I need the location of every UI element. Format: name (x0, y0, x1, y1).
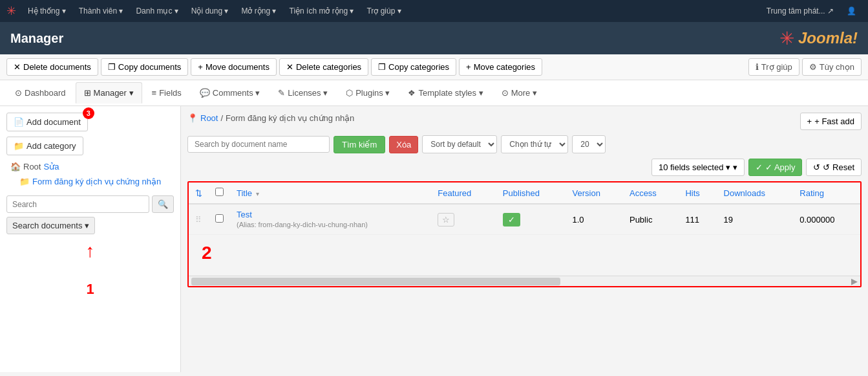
sub-navbar: ⊙ Dashboard ⊞ Manager ▾ ≡ Fields 💬 Comme… (0, 80, 868, 106)
nav-noi-dung[interactable]: Nội dung ▾ (186, 4, 234, 18)
add-cat-icon: 📁 (14, 141, 24, 151)
nav-tro-giup[interactable]: Trợ giúp ▾ (361, 4, 406, 18)
breadcrumb-row: 📍 Root / Form đăng ký dịch vụ chứng nhận… (187, 113, 862, 130)
row-access-cell: Public (623, 204, 679, 235)
clear-button[interactable]: Xóa (389, 136, 418, 153)
th-access[interactable]: Access (623, 182, 679, 204)
toolbar: ✕ Delete documents ❐ Copy documents + Mo… (0, 54, 868, 80)
page-title: Manager (10, 31, 779, 46)
sidebar: 📄 Add document 3 📁 Add category 🏠 Root S… (0, 106, 181, 372)
help-button[interactable]: ℹ Trợ giúp (748, 58, 799, 76)
more-icon: ⊙ (502, 88, 509, 98)
tree-root: 🏠 Root Sửa (6, 159, 174, 174)
row-rating-cell: 0.000000 (793, 204, 860, 235)
edit-root-link[interactable]: Sửa (43, 162, 59, 171)
gear-icon: ⚙ (809, 62, 817, 72)
th-version[interactable]: Version (566, 182, 623, 204)
top-navbar: ✳ Hệ thống ▾ Thành viên ▾ Danh mục ▾ Nội… (0, 0, 868, 22)
nav-mo-rong[interactable]: Mở rộng ▾ (236, 4, 281, 18)
th-hits[interactable]: Hits (679, 182, 717, 204)
reset-button[interactable]: ↺ ↺ Reset (806, 159, 862, 176)
row-checkbox-cell[interactable] (209, 204, 230, 235)
home-icon: 🏠 (10, 162, 21, 171)
per-page-select[interactable]: 20 (572, 135, 606, 153)
horizontal-scrollbar[interactable]: ▶ (189, 276, 860, 286)
th-title[interactable]: Title ▾ (230, 182, 431, 204)
annotation-2: 2 (195, 236, 218, 270)
th-sort[interactable]: ⇅ (189, 182, 209, 204)
delete-documents-button[interactable]: ✕ Delete documents (6, 58, 98, 76)
fields-icon: ≡ (152, 88, 157, 98)
tab-dashboard[interactable]: ⊙ Dashboard (6, 82, 74, 104)
document-alias: (Alias: from-dang-ky-dich-vu-chung-nhan) (237, 221, 368, 228)
template-icon: ❖ (408, 88, 416, 98)
featured-toggle-button[interactable]: ☆ (438, 213, 454, 227)
search-button[interactable]: 🔍 (152, 195, 174, 213)
breadcrumb-root[interactable]: Root (200, 113, 218, 123)
row-downloads-cell: 19 (717, 204, 794, 235)
fast-add-button[interactable]: + + Fast add (800, 113, 862, 130)
tab-more[interactable]: ⊙ More ▾ (493, 82, 545, 104)
delete-cat-icon: ✕ (286, 62, 293, 72)
annotation-row: 2 (189, 235, 860, 276)
nav-user-link[interactable]: Trung tâm phát... ↗ (761, 4, 839, 18)
th-featured[interactable]: Featured (431, 182, 496, 204)
scrollbar-handle[interactable] (191, 278, 560, 285)
add-category-button[interactable]: 📁 Add category (6, 137, 83, 155)
search-input[interactable] (6, 195, 149, 213)
th-rating[interactable]: Rating (793, 182, 860, 204)
fields-selector-button[interactable]: 10 fields selected ▾ ▾ (651, 159, 745, 176)
search-submit-button[interactable]: Tìm kiếm (333, 136, 385, 153)
badge-3: 3 (83, 107, 94, 119)
copy-categories-button[interactable]: ❐ Copy categories (371, 58, 456, 76)
row-title-cell: Test (Alias: from-dang-ky-dich-vu-chung-… (230, 204, 431, 235)
add-document-button[interactable]: 📄 Add document (6, 113, 88, 131)
location-icon: 📍 (187, 113, 198, 123)
comments-icon: 💬 (200, 88, 210, 98)
tab-licenses[interactable]: ✎ Licenses ▾ (270, 82, 336, 104)
nav-he-thong[interactable]: Hệ thống ▾ (23, 4, 71, 18)
copy-documents-button[interactable]: ❐ Copy documents (101, 58, 189, 76)
table-row: ⠿ Test (Alias: from-dang-ky-dich-vu-chun… (189, 204, 860, 235)
row-checkbox[interactable] (215, 214, 224, 223)
tab-manager[interactable]: ⊞ Manager ▾ (76, 82, 142, 104)
main-layout: 📄 Add document 3 📁 Add category 🏠 Root S… (0, 106, 868, 372)
row-featured-cell[interactable]: ☆ (431, 204, 496, 235)
nav-thanh-vien[interactable]: Thành viên ▾ (74, 4, 129, 18)
chevron-down-icon: ▾ (733, 162, 737, 172)
options-button[interactable]: ⚙ Tùy chọn (802, 58, 862, 76)
order-select[interactable]: Chọn thứ tự (501, 135, 568, 153)
search-icon: 🔍 (158, 199, 168, 209)
select-all-checkbox[interactable] (215, 188, 224, 196)
row-published-cell[interactable]: ✓ (496, 204, 566, 235)
plus-icon: + (807, 116, 812, 126)
title-sort-icon: ▾ (256, 190, 259, 197)
sort-select[interactable]: Sort by default (422, 135, 497, 153)
table-wrapper: ⇅ Title ▾ Featured Published Version Acc… (187, 181, 862, 287)
document-search-input[interactable] (187, 136, 330, 153)
th-published[interactable]: Published (496, 182, 566, 204)
nav-avatar-icon[interactable]: 👤 (842, 4, 862, 18)
nav-tien-ich[interactable]: Tiện ích mở rộng ▾ (284, 4, 359, 18)
annotation-arrow: ↑ (6, 241, 174, 261)
filters-row: Tìm kiếm Xóa Sort by default Chọn thứ tự… (187, 135, 862, 153)
search-documents-button[interactable]: Search documents ▾ (6, 217, 95, 234)
documents-table: ⇅ Title ▾ Featured Published Version Acc… (189, 182, 860, 276)
scroll-right-arrow[interactable]: ▶ (851, 276, 860, 286)
move-categories-button[interactable]: + Move categories (459, 58, 542, 76)
apply-button[interactable]: ✓ ✓ Apply (748, 159, 802, 176)
tab-comments[interactable]: 💬 Comments ▾ (191, 82, 268, 104)
tab-template-styles[interactable]: ❖ Template styles ▾ (399, 82, 491, 104)
nav-danh-muc[interactable]: Danh mục ▾ (131, 4, 183, 18)
document-title-link[interactable]: Test (237, 210, 252, 219)
th-downloads[interactable]: Downloads (717, 182, 794, 204)
tab-plugins[interactable]: ⬡ Plugins ▾ (337, 82, 398, 104)
move-documents-button[interactable]: + Move documents (191, 58, 277, 76)
th-checkbox[interactable] (209, 182, 230, 204)
move-cat-icon: + (466, 62, 471, 72)
row-drag[interactable]: ⠿ (189, 204, 209, 235)
published-toggle-button[interactable]: ✓ (503, 213, 520, 227)
tab-fields[interactable]: ≡ Fields (143, 82, 190, 104)
tree-child-form[interactable]: 📁 Form đăng ký dịch vụ chứng nhận (6, 174, 174, 189)
delete-categories-button[interactable]: ✕ Delete categories (279, 58, 368, 76)
